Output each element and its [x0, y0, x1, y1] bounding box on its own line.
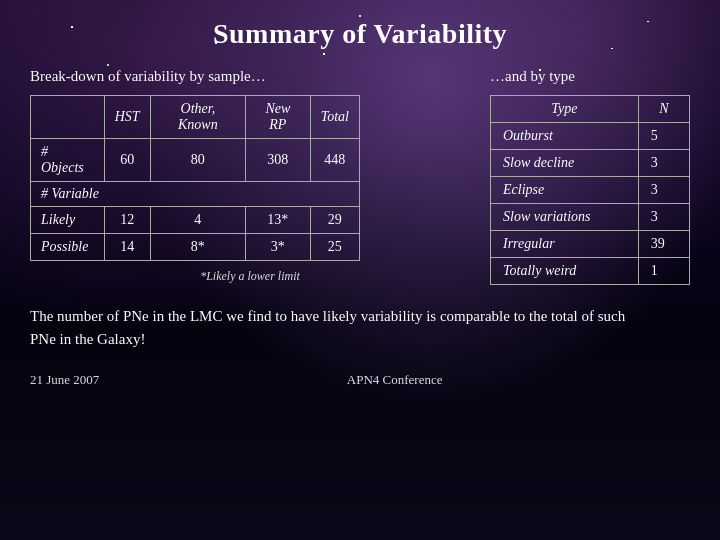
right-n-cell: 3 [638, 204, 689, 231]
right-n-cell: 3 [638, 177, 689, 204]
right-col-n: N [638, 96, 689, 123]
right-type-cell: Slow decline [491, 150, 639, 177]
left-section: Break-down of variability by sample… HST… [30, 68, 470, 284]
variable-label: # Variable [31, 182, 360, 207]
right-table-row: Totally weird1 [491, 258, 690, 285]
left-section-label: Break-down of variability by sample… [30, 68, 470, 85]
cell-likely-hst: 12 [104, 207, 150, 234]
col-hst: HST [104, 96, 150, 139]
bottom-text: The number of PNe in the LMC we find to … [30, 305, 630, 350]
right-type-cell: Totally weird [491, 258, 639, 285]
cell-possible-newrp: 3* [246, 234, 311, 261]
right-table-row: Slow variations3 [491, 204, 690, 231]
table-row-likely: Likely 12 4 13* 29 [31, 207, 360, 234]
right-n-cell: 1 [638, 258, 689, 285]
right-table-row: Slow decline3 [491, 150, 690, 177]
right-section: …and by type Type N Outburst5Slow declin… [490, 68, 690, 285]
right-section-label: …and by type [490, 68, 690, 85]
row-label-objects: # Objects [31, 139, 105, 182]
table-row-possible: Possible 14 8* 3* 25 [31, 234, 360, 261]
cell-objects-hst: 60 [104, 139, 150, 182]
cell-possible-other: 8* [150, 234, 245, 261]
right-n-cell: 5 [638, 123, 689, 150]
cell-likely-newrp: 13* [246, 207, 311, 234]
cell-possible-total: 25 [310, 234, 359, 261]
right-n-cell: 3 [638, 150, 689, 177]
cell-objects-total: 448 [310, 139, 359, 182]
right-type-cell: Slow variations [491, 204, 639, 231]
footnote: *Likely a lower limit [30, 269, 470, 284]
col-empty [31, 96, 105, 139]
main-area: Break-down of variability by sample… HST… [30, 68, 690, 285]
col-other: Other, Known [150, 96, 245, 139]
right-table-row: Outburst5 [491, 123, 690, 150]
left-table: HST Other, Known New RP Total # Objects … [30, 95, 360, 261]
col-total: Total [310, 96, 359, 139]
right-table-row: Irregular39 [491, 231, 690, 258]
right-type-cell: Irregular [491, 231, 639, 258]
right-table: Type N Outburst5Slow decline3Eclipse3Slo… [490, 95, 690, 285]
row-label-possible: Possible [31, 234, 105, 261]
footer: 21 June 2007 APN4 Conference [30, 372, 690, 388]
col-newrp: New RP [246, 96, 311, 139]
right-type-cell: Outburst [491, 123, 639, 150]
cell-likely-total: 29 [310, 207, 359, 234]
table-row-variable: # Variable [31, 182, 360, 207]
row-label-likely: Likely [31, 207, 105, 234]
right-table-row: Eclipse3 [491, 177, 690, 204]
cell-objects-newrp: 308 [246, 139, 311, 182]
page-title: Summary of Variability [30, 18, 690, 50]
right-col-type: Type [491, 96, 639, 123]
footer-date: 21 June 2007 [30, 372, 99, 388]
table-row: # Objects 60 80 308 448 [31, 139, 360, 182]
right-n-cell: 39 [638, 231, 689, 258]
footer-conference: APN4 Conference [347, 372, 443, 388]
right-type-cell: Eclipse [491, 177, 639, 204]
cell-objects-other: 80 [150, 139, 245, 182]
cell-likely-other: 4 [150, 207, 245, 234]
cell-possible-hst: 14 [104, 234, 150, 261]
